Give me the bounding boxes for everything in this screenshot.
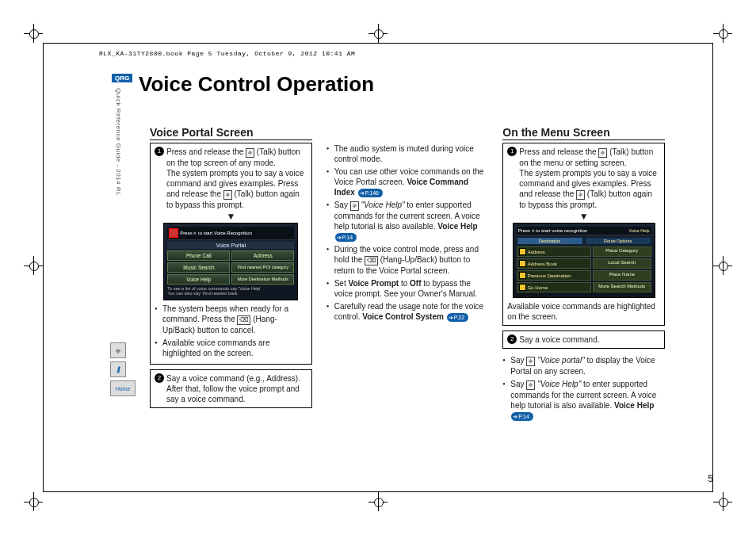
talk-button-icon: ⎆ bbox=[246, 148, 254, 158]
portal-cell: More Destination Methods bbox=[231, 274, 294, 285]
page-number: 5 bbox=[708, 473, 713, 484]
home-icon: Home bbox=[110, 380, 136, 396]
hangup-back-icon: ⌫ bbox=[237, 315, 250, 325]
step-number-1: 1 bbox=[507, 147, 517, 156]
bullet-item: The system beeps when ready for a comman… bbox=[155, 304, 307, 335]
crop-mark bbox=[713, 24, 732, 43]
talk-button-icon: ⎆ bbox=[526, 357, 535, 366]
talk-button-icon: ⎆ bbox=[576, 190, 585, 200]
column-1: Voice Portal Screen 1 Press and release … bbox=[150, 126, 312, 460]
down-arrow-icon: ▼ bbox=[507, 212, 660, 221]
crop-mark bbox=[368, 492, 388, 511]
menu-screenshot: Press ⎆ to start voice recognitionVoice … bbox=[513, 223, 655, 298]
bullet-item: Carefully read the usage note for the vo… bbox=[326, 301, 489, 322]
portal-cell: Address bbox=[231, 250, 294, 261]
page-ref-pill[interactable]: P.14 bbox=[335, 233, 357, 242]
column-2: The audio system is muted during voice c… bbox=[326, 126, 489, 460]
crop-mark bbox=[713, 492, 732, 511]
step-2-box: 2 Say a voice command (e.g., Address). A… bbox=[150, 369, 312, 408]
talk-icon: ⎆ bbox=[110, 342, 126, 358]
info-icon: ℹ bbox=[110, 361, 126, 377]
down-arrow-icon: ▼ bbox=[155, 212, 307, 221]
portal-cell: Find nearest POI category bbox=[231, 262, 294, 273]
hangup-back-icon: ⌫ bbox=[365, 256, 378, 266]
screenshot-caption: Available voice commands are highlighted… bbox=[507, 301, 660, 322]
bullet-item: Set Voice Prompt to Off to bypass the vo… bbox=[326, 278, 489, 299]
step-1-text: Press and release the ⎆ (Talk) button on… bbox=[166, 147, 307, 210]
crop-mark bbox=[24, 24, 43, 43]
step-number-1: 1 bbox=[155, 147, 164, 156]
side-vertical-label: Quick Reference Guide - 2014 RL bbox=[115, 88, 122, 196]
tab: Route Options bbox=[585, 237, 651, 245]
bullet-item: Available voice commands are highlighted… bbox=[155, 338, 307, 358]
bullet-item: The audio system is muted during voice c… bbox=[326, 143, 489, 164]
portal-cell: Phone Call bbox=[167, 250, 230, 261]
bullet-item: During the voice control mode, press and… bbox=[326, 244, 489, 276]
menu-step-1-text: Press and release the ⎆ (Talk) button on… bbox=[519, 147, 660, 210]
crop-mark bbox=[24, 492, 43, 511]
bullet-item: Say ⎆ "Voice Help" to enter supported co… bbox=[502, 379, 665, 421]
step-number-2: 2 bbox=[507, 334, 517, 344]
step-1-box: 1 Press and release the ⎆ (Talk) button … bbox=[150, 143, 312, 365]
qrg-badge: QRG bbox=[112, 74, 132, 82]
page-ref-pill[interactable]: P.146 bbox=[358, 189, 383, 197]
voice-portal-heading: Voice Portal Screen bbox=[150, 126, 312, 140]
portal-cell: Music Search bbox=[167, 262, 230, 273]
crop-mark bbox=[24, 256, 43, 275]
talk-button-icon: ⎆ bbox=[350, 201, 359, 211]
voice-portal-screenshot: Press ⎆ to start Voice Recognition Voice… bbox=[163, 223, 298, 300]
step-number-2: 2 bbox=[155, 373, 164, 383]
page-ref-pill[interactable]: P.14 bbox=[511, 412, 533, 421]
talk-button-icon: ⎆ bbox=[598, 148, 607, 158]
content-columns: Voice Portal Screen 1 Press and release … bbox=[150, 126, 665, 460]
page-ref-pill[interactable]: P.22 bbox=[447, 313, 469, 322]
menu-step-1-box: 1 Press and release the ⎆ (Talk) button … bbox=[502, 143, 665, 326]
book-header-line: RLX_KA-31TY2800.book Page 5 Tuesday, Oct… bbox=[99, 50, 355, 57]
menu-step-2-text: Say a voice command. bbox=[519, 334, 599, 345]
page-frame: RLX_KA-31TY2800.book Page 5 Tuesday, Oct… bbox=[43, 43, 713, 492]
side-icon-stack: ⎆ ℹ Home bbox=[110, 342, 136, 396]
menu-screen-heading: On the Menu Screen bbox=[502, 126, 665, 140]
step-2-text: Say a voice command (e.g., Address). Aft… bbox=[166, 373, 307, 404]
page-title: Voice Control Operation bbox=[139, 72, 374, 97]
tab: Destination bbox=[517, 237, 583, 245]
talk-button-icon: ⎆ bbox=[526, 380, 535, 390]
bullet-item: You can use other voice commands on the … bbox=[326, 166, 489, 197]
bullet-item: Say ⎆ "Voice portal" to display the Voic… bbox=[502, 355, 665, 376]
portal-cell: Voice Help bbox=[167, 274, 230, 285]
column-3: On the Menu Screen 1 Press and release t… bbox=[502, 126, 665, 460]
crop-mark bbox=[368, 24, 388, 43]
bullet-item: Say ⎆ "Voice Help" to enter supported co… bbox=[326, 200, 489, 242]
menu-step-2-box: 2 Say a voice command. bbox=[502, 331, 665, 349]
crop-mark bbox=[713, 256, 732, 275]
talk-button-icon: ⎆ bbox=[223, 190, 232, 200]
